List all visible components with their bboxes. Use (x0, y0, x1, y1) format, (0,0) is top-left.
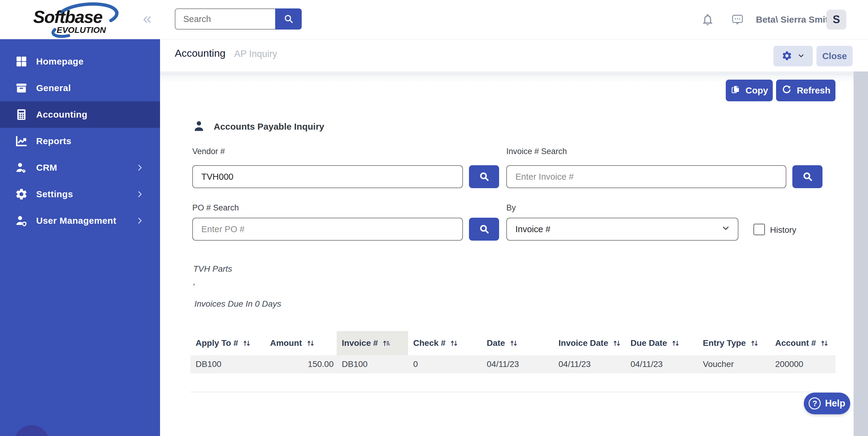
tab-module-title: Accounting (175, 47, 225, 59)
invoice-search-button[interactable] (792, 165, 823, 188)
section-title-text: Accounts Payable Inquiry (214, 121, 324, 132)
sidebar-item-label: Settings (36, 189, 73, 199)
column-label: Invoice # (342, 338, 378, 348)
by-select-value: Invoice # (516, 224, 550, 234)
column-header-amount[interactable]: Amount (265, 331, 337, 355)
messages-icon[interactable] (731, 0, 744, 39)
refresh-button[interactable]: Refresh (776, 80, 835, 101)
refresh-icon (781, 84, 792, 97)
copy-button[interactable]: Copy (726, 80, 773, 101)
po-search-input[interactable] (192, 218, 463, 241)
walkthrough-beacon[interactable] (14, 425, 49, 436)
column-header-account[interactable]: Account # (770, 331, 835, 355)
gear-icon (781, 50, 792, 62)
sidebar-item-label: General (36, 83, 71, 93)
grid-icon (14, 55, 28, 68)
sort-icon (819, 338, 830, 348)
invoice-search-input[interactable] (506, 165, 786, 188)
invoice-search-label: Invoice # Search (506, 147, 567, 156)
help-button[interactable]: ? Help (804, 393, 850, 414)
copy-label: Copy (746, 85, 768, 95)
softbase-logo[interactable]: Softbase EVOLUTION (30, 1, 130, 38)
help-question-icon: ? (809, 398, 821, 409)
sidebar-item-user-management[interactable]: User Management (0, 207, 160, 234)
column-label: Invoice Date (558, 338, 608, 348)
search-input[interactable] (175, 8, 275, 30)
sidebar-item-homepage[interactable]: Homepage (0, 48, 160, 75)
column-label: Amount (270, 338, 302, 348)
search-icon (477, 222, 491, 236)
sidebar: HomepageGeneralAccountingReportsCRMSetti… (0, 39, 160, 436)
sort-icon (242, 338, 252, 348)
sort-ascending-icon (381, 338, 392, 348)
invoices-due-text: Invoices Due In 0 Days (194, 299, 281, 309)
vendor-search-button[interactable] (469, 165, 499, 188)
top-header: Softbase EVOLUTION « Beta\ Sierra Smith … (0, 0, 868, 39)
table-header-row: Apply To #AmountInvoice #Check #DateInvo… (190, 331, 835, 355)
sidebar-item-label: Accounting (36, 110, 87, 120)
chevron-right-icon (135, 207, 144, 234)
section-title: Accounts Payable Inquiry (192, 119, 324, 134)
sort-icon (306, 338, 315, 348)
vendor-label: Vendor # (192, 147, 225, 156)
notifications-bell-icon[interactable] (701, 0, 715, 39)
history-checkbox[interactable] (753, 224, 765, 235)
vertical-scrollbar[interactable] (854, 71, 868, 436)
sidebar-item-label: Reports (36, 136, 71, 146)
avatar[interactable]: S (827, 10, 846, 30)
tab-ap-inquiry[interactable]: AP Inquiry (234, 49, 277, 59)
cell: 04/11/23 (625, 355, 698, 373)
cell: 0 (408, 355, 482, 373)
search-icon (282, 12, 295, 26)
search-icon (801, 170, 814, 184)
column-header-due-date[interactable]: Due Date (625, 331, 698, 355)
chart-icon (14, 134, 28, 148)
column-header-invoice[interactable]: Invoice # (337, 331, 408, 355)
column-label: Date (487, 338, 505, 348)
search-button[interactable] (275, 8, 302, 30)
help-label: Help (825, 398, 845, 409)
chevron-right-icon (135, 181, 144, 207)
column-header-invoice-date[interactable]: Invoice Date (553, 331, 625, 355)
column-label: Entry Type (703, 338, 746, 348)
vendor-address-text: , (193, 277, 195, 287)
close-button[interactable]: Close (816, 46, 852, 66)
sidebar-item-reports[interactable]: Reports (0, 128, 160, 154)
column-header-check[interactable]: Check # (408, 331, 482, 355)
ap-invoice-table: Apply To #AmountInvoice #Check #DateInvo… (190, 331, 835, 373)
column-label: Due Date (630, 338, 667, 348)
divider (190, 392, 835, 392)
tab-bar: Accounting AP Inquiry Close (160, 39, 868, 71)
brand-sub: EVOLUTION (57, 25, 106, 35)
column-label: Check # (413, 338, 445, 348)
sidebar-collapse-icon[interactable]: « (143, 9, 152, 28)
column-label: Apply To # (195, 338, 238, 348)
cell: 04/11/23 (553, 355, 625, 373)
global-search (175, 8, 302, 30)
by-select[interactable]: Invoice # (506, 218, 738, 241)
table-row[interactable]: DB100150.00DB100004/11/2304/11/2304/11/2… (190, 355, 835, 373)
copy-icon (731, 84, 741, 97)
column-header-date[interactable]: Date (482, 331, 553, 355)
column-header-apply-to[interactable]: Apply To # (190, 331, 265, 355)
cell: Voucher (698, 355, 770, 373)
cell: 200000 (770, 355, 835, 373)
po-search-button[interactable] (469, 218, 499, 241)
column-header-entry-type[interactable]: Entry Type (698, 331, 770, 355)
crm-icon (14, 161, 28, 175)
sort-icon (671, 338, 681, 348)
chevron-right-icon (135, 154, 144, 181)
sidebar-item-general[interactable]: General (0, 75, 160, 101)
archive-icon (14, 81, 28, 95)
po-search-label: PO # Search (192, 203, 239, 212)
sidebar-item-settings[interactable]: Settings (0, 181, 160, 207)
usershield-icon (14, 214, 28, 228)
sidebar-item-label: Homepage (36, 56, 84, 67)
page-settings-button[interactable] (773, 46, 813, 66)
sidebar-item-crm[interactable]: CRM (0, 154, 160, 181)
sidebar-item-accounting[interactable]: Accounting (0, 101, 160, 128)
cell: 150.00 (265, 355, 337, 373)
vendor-input[interactable] (192, 165, 463, 188)
calculator-icon (14, 108, 28, 121)
brand-name: Softbase (33, 7, 102, 27)
